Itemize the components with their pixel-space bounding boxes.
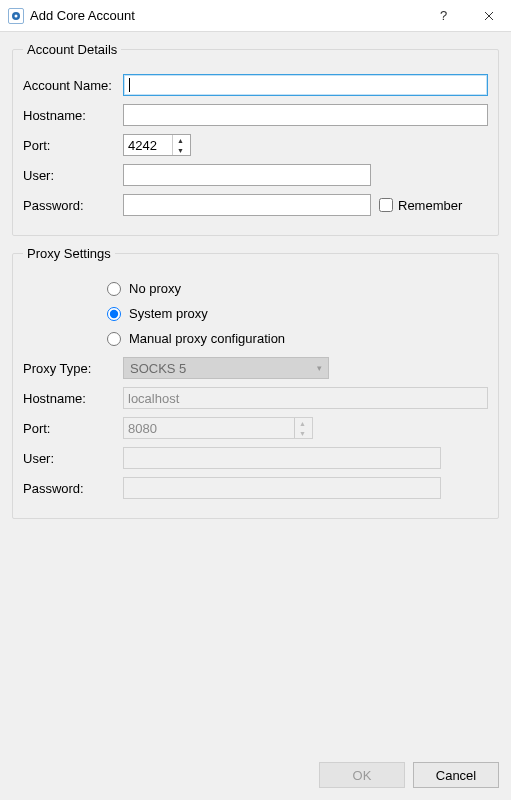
proxy-port-spin-down-icon: ▼ [295,428,310,438]
account-name-label: Account Name: [23,78,123,93]
account-details-group: Account Details Account Name: Hostname: … [12,42,499,236]
remember-checkbox[interactable] [379,198,393,212]
app-icon [8,8,24,24]
port-spin-up-icon[interactable]: ▲ [173,135,188,145]
port-label: Port: [23,138,123,153]
proxy-radio-manual-label: Manual proxy configuration [129,331,285,346]
account-name-input[interactable] [123,74,488,96]
proxy-port-input [124,418,294,438]
proxy-hostname-input [123,387,488,409]
close-button[interactable] [466,0,511,32]
remember-checkbox-wrapper[interactable]: Remember [379,198,462,213]
proxy-hostname-label: Hostname: [23,391,123,406]
proxy-radio-system-label: System proxy [129,306,208,321]
user-input[interactable] [123,164,371,186]
proxy-radio-none-label: No proxy [129,281,181,296]
proxy-radio-system[interactable] [107,307,121,321]
proxy-port-label: Port: [23,421,123,436]
title-bar: Add Core Account ? [0,0,511,32]
ok-button[interactable]: OK [319,762,405,788]
proxy-radio-none[interactable] [107,282,121,296]
proxy-settings-legend: Proxy Settings [23,246,115,261]
proxy-password-label: Password: [23,481,123,496]
remember-label: Remember [398,198,462,213]
proxy-type-value: SOCKS 5 [130,361,186,376]
password-label: Password: [23,198,123,213]
port-input[interactable] [124,135,172,155]
port-spin-down-icon[interactable]: ▼ [173,145,188,155]
proxy-port-spin-up-icon: ▲ [295,418,310,428]
proxy-type-label: Proxy Type: [23,361,123,376]
cancel-button[interactable]: Cancel [413,762,499,788]
svg-point-1 [15,14,18,17]
help-button[interactable]: ? [421,0,466,32]
account-details-legend: Account Details [23,42,121,57]
proxy-password-input [123,477,441,499]
text-caret [129,78,130,92]
proxy-user-input [123,447,441,469]
chevron-down-icon: ▾ [317,363,322,373]
user-label: User: [23,168,123,183]
proxy-settings-group: Proxy Settings No proxy System proxy Man… [12,246,499,519]
client-area: Account Details Account Name: Hostname: … [0,32,511,800]
hostname-label: Hostname: [23,108,123,123]
hostname-input[interactable] [123,104,488,126]
port-spinner[interactable]: ▲ ▼ [123,134,191,156]
proxy-user-label: User: [23,451,123,466]
dialog-footer: OK Cancel [12,752,499,788]
password-input[interactable] [123,194,371,216]
proxy-type-combo: SOCKS 5 ▾ [123,357,329,379]
window-title: Add Core Account [30,8,135,23]
proxy-radio-manual[interactable] [107,332,121,346]
proxy-port-spinner: ▲ ▼ [123,417,313,439]
